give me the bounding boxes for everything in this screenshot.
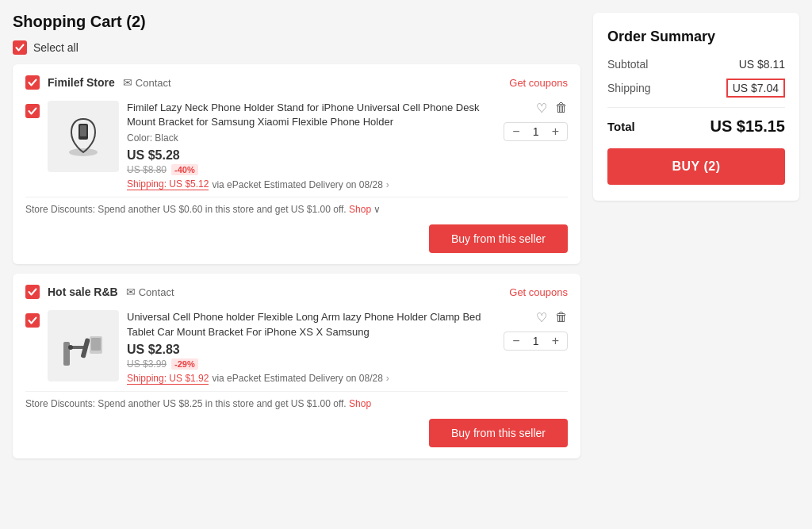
seller2-store-discount: Store Discounts: Spend another US $8.25 … [25,391,568,409]
svg-point-8 [68,345,73,350]
seller2-name: Hot sale R&B [48,286,118,298]
total-label: Total [607,120,635,133]
product1-discount: -40% [171,164,198,175]
product-row-1: Fimilef Lazy Neck Phone Holder Stand for… [25,101,568,190]
product2-original-price: US $3.99 [127,358,167,370]
svg-rect-3 [63,342,70,366]
seller1-coupons-btn[interactable]: Get coupons [509,77,568,89]
product1-price: US $5.28 [127,148,496,163]
product1-delete-icon[interactable]: 🗑 [555,101,568,116]
select-all-checkbox[interactable] [13,40,27,55]
seller-card-1: Fimilef Store ✉ Contact Get coupons [13,64,580,264]
total-row: Total US $15.15 [607,117,785,136]
seller1-shop-chevron: ∨ [373,204,381,215]
product1-original-price: US $8.80 [127,164,167,175]
product1-shipping-row: Shipping: US $5.12 via ePacket Estimated… [127,178,496,190]
product1-image [48,101,119,172]
subtotal-label: Subtotal [607,58,648,71]
seller-header-1: Fimilef Store ✉ Contact Get coupons [25,75,568,90]
product1-wishlist-icon[interactable]: ♡ [536,101,547,116]
envelope-icon-2: ✉ [126,286,136,298]
shipping-value: US $7.04 [726,79,785,98]
product2-shipping[interactable]: Shipping: US $1.92 [127,373,209,385]
product2-qty-value: 1 [530,335,542,347]
select-all-label: Select all [33,41,79,54]
total-value: US $15.15 [710,117,785,136]
seller2-contact-label: Contact [139,286,174,298]
product1-qty-minus[interactable]: − [509,125,523,139]
seller1-name: Fimilef Store [48,76,115,89]
product2-actions: ♡ 🗑 − 1 + [504,310,568,351]
select-all-row: Select all [13,40,580,55]
product1-icon-row: ♡ 🗑 [536,101,568,116]
product1-shipping-via: via ePacket Estimated Delivery on 08/28 [212,179,382,190]
product1-color: Color: Black [127,132,496,144]
product1-actions: ♡ 🗑 − 1 + [504,101,568,141]
seller1-discount-text: Store Discounts: Spend another US $0.60 … [25,204,347,215]
product1-info: Fimilef Lazy Neck Phone Holder Stand for… [127,101,496,190]
product2-image [48,310,119,381]
product2-shipping-chevron: › [386,373,389,384]
product2-quantity-control: − 1 + [504,332,568,351]
shipping-label: Shipping [607,82,651,94]
seller1-shop-link[interactable]: Shop [349,204,371,215]
product1-price-row: US $8.80 -40% [127,164,496,175]
summary-title: Order Summary [607,29,785,45]
cart-title: Shopping Cart (2) [13,13,580,31]
product1-title: Fimilef Lazy Neck Phone Holder Stand for… [127,101,496,129]
product2-shipping-row: Shipping: US $1.92 via ePacket Estimated… [127,373,496,385]
summary-card: Order Summary Subtotal US $8.11 Shipping… [593,13,799,201]
product2-info: Universal Cell Phone holder Flexible Lon… [127,310,496,384]
subtotal-value: US $8.11 [739,58,785,71]
svg-rect-2 [80,125,86,136]
seller2-buy-button[interactable]: Buy from this seller [429,419,568,447]
product1-checkbox[interactable] [25,104,40,118]
product2-title: Universal Cell Phone holder Flexible Lon… [127,310,496,339]
product2-shipping-via: via ePacket Estimated Delivery on 08/28 [212,373,382,384]
envelope-icon-1: ✉ [123,76,132,89]
seller2-contact-btn[interactable]: ✉ Contact [126,286,174,298]
seller1-contact-label: Contact [136,77,171,89]
product1-qty-plus[interactable]: + [549,125,562,139]
product2-discount: -29% [171,358,198,370]
seller1-checkbox[interactable] [25,75,40,90]
product2-qty-plus[interactable]: + [549,334,562,348]
svg-rect-7 [91,338,101,351]
summary-divider [607,107,785,108]
product2-qty-minus[interactable]: − [509,334,523,348]
seller2-discount-text: Store Discounts: Spend another US $8.25 … [25,398,347,409]
seller-card-2: Hot sale R&B ✉ Contact Get coupons [13,274,580,458]
product2-checkbox[interactable] [25,313,40,328]
product2-icon-row: ♡ 🗑 [536,310,568,325]
product2-price-row: US $3.99 -29% [127,358,496,370]
product1-quantity-control: − 1 + [504,122,568,141]
product1-qty-value: 1 [530,125,542,138]
product1-shipping-chevron: › [386,179,389,190]
product-row-2: Universal Cell Phone holder Flexible Lon… [25,310,568,384]
cart-section: Shopping Cart (2) Select all Fimilef Sto… [13,13,580,468]
shipping-row: Shipping US $7.04 [607,79,785,98]
seller1-contact-btn[interactable]: ✉ Contact [123,76,171,89]
product2-price: US $2.83 [127,343,496,357]
order-summary-section: Order Summary Subtotal US $8.11 Shipping… [593,13,799,468]
product1-shipping[interactable]: Shipping: US $5.12 [127,178,209,190]
seller2-checkbox[interactable] [25,285,40,299]
product2-delete-icon[interactable]: 🗑 [555,310,568,325]
seller1-store-discount: Store Discounts: Spend another US $0.60 … [25,197,568,215]
seller1-buy-button[interactable]: Buy from this seller [429,224,568,253]
product2-wishlist-icon[interactable]: ♡ [536,310,547,325]
seller2-coupons-btn[interactable]: Get coupons [509,286,568,298]
subtotal-row: Subtotal US $8.11 [607,58,785,71]
buy-all-button[interactable]: BUY (2) [607,148,785,185]
seller-header-2: Hot sale R&B ✉ Contact Get coupons [25,285,568,299]
seller2-shop-link[interactable]: Shop [349,398,371,409]
